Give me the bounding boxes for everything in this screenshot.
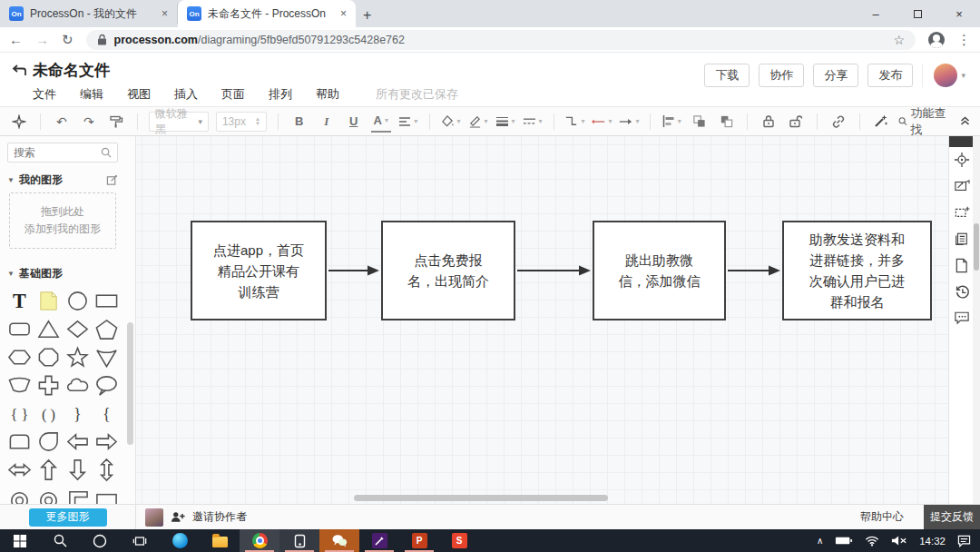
shape-arrow-ud[interactable]	[92, 456, 121, 484]
scrollbar-thumb[interactable]	[354, 495, 608, 501]
more-shapes-button[interactable]: 更多图形	[29, 508, 107, 527]
shape-octagon[interactable]	[34, 343, 63, 371]
shape-hexagon[interactable]	[5, 343, 34, 371]
wechat-taskbar-button[interactable]	[319, 529, 359, 552]
italic-button[interactable]: I	[317, 111, 337, 133]
bold-button[interactable]: B	[289, 111, 309, 133]
chrome-taskbar-button[interactable]	[240, 529, 279, 552]
search-input[interactable]	[14, 146, 101, 159]
shape-triangle[interactable]	[34, 315, 63, 343]
canvas-size-icon[interactable]	[953, 203, 971, 222]
shape-trapezoid[interactable]	[5, 371, 34, 399]
beautify-wand-icon[interactable]	[871, 111, 891, 133]
locate-crosshair-icon[interactable]	[953, 151, 971, 169]
shape-rbrace[interactable]: }	[63, 399, 92, 428]
action-center-icon[interactable]	[957, 535, 971, 547]
browser-tab-1[interactable]: On ProcessOn - 我的文件 ×	[0, 4, 178, 24]
device-taskbar-button[interactable]	[279, 529, 319, 552]
shape-dropzone[interactable]: 拖到此处 添加到我的图形	[9, 192, 116, 249]
style-panel-icon[interactable]	[953, 177, 971, 195]
shape-arrow-left[interactable]	[63, 428, 92, 456]
canvas-hscrollbar[interactable]	[136, 495, 948, 501]
flow-node[interactable]: 跳出助教微信，添加微信	[593, 221, 726, 320]
bookmark-star-icon[interactable]: ☆	[893, 33, 905, 47]
scrollbar-thumb[interactable]	[127, 322, 133, 445]
unlock-button[interactable]	[786, 111, 806, 133]
shape-ring[interactable]	[5, 484, 34, 504]
s-app-taskbar-button[interactable]: S	[439, 529, 479, 552]
shape-diamond[interactable]	[63, 315, 92, 343]
scrollbar-thumb[interactable]	[974, 223, 979, 271]
forward-icon[interactable]: →	[35, 32, 49, 47]
invite-collaborators-button[interactable]: 邀请协作者	[145, 508, 247, 527]
page-scrollbar[interactable]	[973, 136, 980, 504]
reload-icon[interactable]: ↻	[62, 32, 74, 48]
history-icon[interactable]	[953, 282, 971, 301]
shape-cone[interactable]	[92, 343, 121, 371]
shape-callout[interactable]	[92, 371, 121, 399]
search-taskbar-button[interactable]	[40, 529, 80, 552]
font-color-button[interactable]: A	[371, 111, 391, 133]
hyperlink-button[interactable]	[828, 111, 848, 133]
menu-file[interactable]: 文件	[33, 86, 56, 103]
shape-arrow-up[interactable]	[34, 456, 63, 484]
back-to-files-icon[interactable]	[11, 64, 27, 82]
bring-to-front-button[interactable]	[689, 111, 709, 133]
account-menu[interactable]: ▾	[922, 64, 965, 87]
browser-tab-2-active[interactable]: On 未命名文件 - ProcessOn ×	[178, 0, 356, 27]
draw-app-taskbar-button[interactable]	[359, 529, 399, 552]
line-style-button[interactable]	[523, 111, 543, 133]
back-icon[interactable]: ←	[9, 32, 23, 47]
browser-profile-avatar[interactable]	[928, 32, 945, 48]
underline-button[interactable]: U	[344, 111, 364, 133]
restore-button[interactable]	[897, 0, 938, 27]
publish-button[interactable]: 发布	[867, 64, 913, 87]
shape-braces[interactable]: { }	[5, 399, 34, 428]
document-title[interactable]: 未命名文件	[33, 60, 110, 81]
shape-pentagon[interactable]	[92, 315, 121, 343]
menu-insert[interactable]: 插入	[174, 86, 198, 103]
fill-color-button[interactable]	[441, 111, 461, 133]
tray-expand-icon[interactable]: ∧	[817, 536, 823, 546]
shape-arrow-down[interactable]	[63, 456, 92, 484]
shape-card[interactable]	[5, 428, 34, 456]
shape-arrow-lr[interactable]	[5, 456, 34, 484]
collaborate-button[interactable]: 协作	[759, 64, 804, 87]
edge-taskbar-button[interactable]	[160, 529, 200, 552]
undo-icon[interactable]: ↶	[52, 111, 72, 133]
download-button[interactable]: 下载	[704, 64, 750, 87]
powerpoint-taskbar-button[interactable]: P	[399, 529, 439, 552]
shape-corner[interactable]	[63, 484, 92, 504]
shape-ring2[interactable]	[34, 484, 63, 504]
help-center-button[interactable]: 帮助中心	[860, 509, 904, 525]
clock[interactable]: 14:32	[919, 536, 946, 547]
shape-arrow-right[interactable]	[92, 428, 121, 456]
flow-node[interactable]: 助教发送资料和进群链接，并多次确认用户已进群和报名	[782, 221, 932, 320]
close-button[interactable]: ×	[938, 0, 980, 27]
address-bar[interactable]: processon.com/diagraming/5fb9efd50791293…	[86, 30, 916, 50]
diagram-canvas[interactable]: 点进app，首页精品公开课有训练营点击免费报名，出现简介跳出助教微信，添加微信助…	[136, 136, 948, 504]
minimize-button[interactable]: –	[855, 0, 897, 27]
new-page-icon[interactable]	[953, 256, 971, 274]
feedback-button[interactable]: 提交反馈	[924, 505, 980, 529]
shape-cross[interactable]	[34, 371, 63, 399]
wifi-icon[interactable]	[865, 536, 879, 547]
object-align-button[interactable]	[662, 111, 681, 133]
edit-shapes-icon[interactable]	[106, 174, 118, 186]
shape-rect2[interactable]	[92, 484, 121, 504]
line-color-button[interactable]	[468, 111, 488, 133]
shape-star[interactable]	[63, 343, 92, 371]
file-explorer-taskbar-button[interactable]	[200, 529, 240, 552]
theme-style-button[interactable]	[9, 111, 29, 133]
redo-icon[interactable]: ↷	[79, 111, 99, 133]
share-button[interactable]: 分享	[813, 64, 858, 87]
shape-cloud[interactable]	[63, 371, 92, 399]
menu-arrange[interactable]: 排列	[269, 86, 292, 103]
flow-node[interactable]: 点进app，首页精品公开课有训练营	[191, 221, 327, 320]
font-size-select[interactable]: 13px ▲ ▼	[216, 112, 267, 132]
collapse-toolbar-icon[interactable]	[959, 114, 971, 129]
shape-parens[interactable]: ( )	[34, 399, 63, 428]
shape-rounded-rect[interactable]	[5, 315, 34, 343]
menu-page[interactable]: 页面	[221, 86, 245, 103]
shape-teardrop[interactable]	[34, 428, 63, 456]
